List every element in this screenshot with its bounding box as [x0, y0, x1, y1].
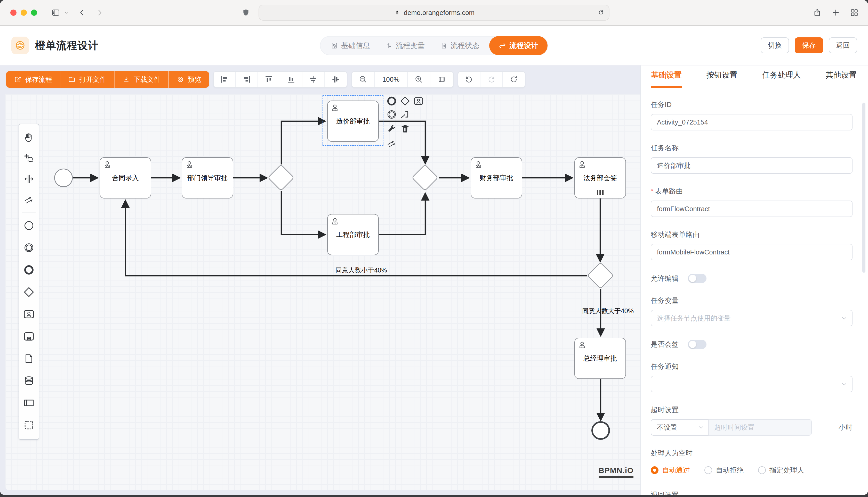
close-window-button[interactable]	[10, 10, 16, 16]
tab-other-settings[interactable]: 其他设置	[826, 70, 857, 88]
open-file-button[interactable]: 打开文件	[60, 71, 114, 88]
share-icon[interactable]	[813, 8, 822, 17]
timeout-unit-label: 小时	[839, 423, 853, 432]
tab-task-assignee[interactable]: 任务处理人	[762, 70, 801, 88]
change-type-wrench-button[interactable]	[386, 123, 397, 134]
new-tab-icon[interactable]	[831, 8, 840, 17]
condition-label-lt40[interactable]: 同意人数小于40%	[317, 266, 405, 274]
align-left-button[interactable]	[213, 72, 236, 87]
align-center-button[interactable]	[325, 72, 347, 87]
download-file-button[interactable]: 下载文件	[114, 71, 169, 88]
switch-button[interactable]: 切换	[761, 38, 789, 53]
countersign-toggle[interactable]	[688, 340, 706, 349]
tab-button-settings[interactable]: 按钮设置	[706, 70, 738, 88]
minimize-window-button[interactable]	[20, 10, 27, 16]
append-user-task-button[interactable]	[413, 95, 424, 107]
timeout-mode-select[interactable]: 不设置	[651, 419, 708, 436]
start-event[interactable]	[54, 169, 73, 187]
redo-button[interactable]	[480, 72, 502, 87]
tab-basic-settings[interactable]: 基础设置	[651, 70, 682, 88]
nav-process-status[interactable]: 流程状态	[432, 38, 487, 53]
form-route-input[interactable]	[651, 201, 853, 217]
nav-process-variables[interactable]: 流程变量	[378, 38, 432, 53]
create-start-event[interactable]	[18, 214, 39, 237]
append-gateway-button[interactable]	[399, 95, 411, 107]
chevron-down-icon	[841, 315, 848, 321]
allow-edit-toggle[interactable]	[688, 274, 706, 283]
user-task-icon	[185, 160, 194, 169]
delete-trash-button[interactable]	[399, 123, 411, 134]
task-variable-placeholder: 选择任务节点使用的变量	[657, 314, 731, 323]
create-participant[interactable]	[18, 392, 39, 414]
url-text: demo.orangeforms.com	[404, 9, 475, 17]
create-intermediate-event[interactable]	[18, 237, 39, 259]
preview-button[interactable]: 预览	[169, 71, 209, 88]
create-group[interactable]	[18, 414, 39, 436]
hand-icon	[23, 132, 35, 144]
task-gm-approval[interactable]: 总经理审批	[574, 338, 626, 379]
task-name-input[interactable]	[651, 157, 853, 174]
save-button[interactable]: 保存	[795, 38, 823, 53]
fullscreen-window-button[interactable]	[31, 10, 37, 16]
task-dept-leader-approval[interactable]: 部门领导审批	[182, 157, 233, 198]
fit-viewport-button[interactable]	[430, 72, 453, 87]
create-data-object[interactable]	[18, 347, 39, 370]
zoom-in-button[interactable]	[408, 72, 430, 87]
radio-designated-assignee[interactable]: 指定处理人	[758, 466, 804, 475]
task-variable-select[interactable]: 选择任务节点使用的变量	[651, 310, 853, 326]
create-subprocess[interactable]	[18, 325, 39, 347]
radio-auto-reject[interactable]: 自动拒绝	[704, 466, 744, 475]
radio-auto-pass[interactable]: 自动通过	[651, 466, 690, 475]
end-event[interactable]	[591, 421, 610, 440]
reload-icon[interactable]	[597, 9, 604, 16]
align-middle-button[interactable]	[302, 72, 325, 87]
condition-label-gt40[interactable]: 同意人数大于40%	[564, 307, 640, 315]
lasso-tool[interactable]	[18, 148, 39, 169]
append-intermediate-event-button[interactable]	[386, 109, 397, 120]
app-title: 橙单流程设计	[35, 39, 99, 53]
refresh-button[interactable]	[502, 72, 525, 87]
create-data-store[interactable]	[18, 370, 39, 392]
align-right-button[interactable]	[236, 72, 258, 87]
file-status-icon	[440, 42, 447, 49]
task-finance-dept-approval[interactable]: 财务部审批	[471, 157, 522, 198]
task-cost-dept-approval-selected[interactable]: 造价部审批	[327, 101, 379, 142]
bpmn-io-watermark[interactable]: BPMN.iO	[598, 466, 633, 478]
create-end-event[interactable]	[18, 259, 39, 281]
append-text-annotation-button[interactable]	[399, 109, 411, 120]
forward-icon[interactable]	[95, 9, 104, 17]
create-gateway[interactable]	[18, 281, 39, 303]
bpmn-canvas[interactable]: 合同录入 部门领导审批 造价部审批 工程部审批 财务部审批 法务部会签 总经理审…	[5, 94, 640, 490]
preview-eye-icon	[177, 75, 184, 83]
align-middle-icon	[308, 74, 318, 84]
task-engineering-dept-approval[interactable]: 工程部审批	[327, 214, 379, 255]
task-notify-select[interactable]	[651, 376, 853, 392]
align-bottom-button[interactable]	[280, 72, 302, 87]
shield-icon[interactable]	[242, 8, 250, 17]
global-connect-tool[interactable]	[18, 189, 39, 210]
tab-overview-icon[interactable]	[850, 8, 859, 17]
nav-process-design[interactable]: 流程设计	[489, 36, 548, 55]
address-bar[interactable]: demo.orangeforms.com	[259, 5, 609, 20]
sidebar-chevron-icon[interactable]	[64, 10, 69, 15]
task-id-input[interactable]	[651, 114, 853, 130]
app-header: 橙单流程设计 基础信息 流程变量 流程状态 流程设计 切换 保存 返回	[0, 26, 868, 66]
create-user-task[interactable]	[18, 303, 39, 325]
mobile-form-route-input[interactable]	[651, 244, 853, 260]
timeout-duration-input[interactable]: 超时时间设置	[708, 419, 812, 436]
back-icon[interactable]	[78, 9, 86, 17]
space-tool[interactable]	[18, 169, 39, 189]
zoom-out-button[interactable]	[352, 72, 375, 87]
back-button[interactable]: 返回	[829, 38, 857, 53]
save-flow-button[interactable]: 保存流程	[6, 71, 60, 88]
task-contract-entry[interactable]: 合同录入	[100, 157, 151, 198]
panel-scrollbar[interactable]	[862, 103, 865, 273]
task-legal-dept-countersign[interactable]: 法务部会签	[574, 157, 626, 198]
undo-button[interactable]	[458, 72, 480, 87]
nav-basic-info[interactable]: 基础信息	[323, 38, 378, 53]
connect-tool-button[interactable]	[386, 138, 397, 149]
align-top-button[interactable]	[258, 72, 280, 87]
sidebar-icon[interactable]	[51, 8, 60, 17]
append-end-event-button[interactable]	[386, 95, 397, 107]
hand-tool[interactable]	[18, 127, 39, 148]
